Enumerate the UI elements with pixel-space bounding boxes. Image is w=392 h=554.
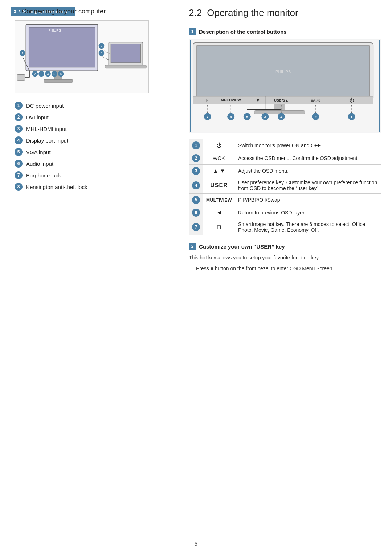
monitor-diagram: PHILIPS 1 2 3 4 5 6 xyxy=(15,20,149,93)
control-desc-7: SmartImage hot key. There are 6 modes to… xyxy=(235,219,381,235)
svg-text:⏻: ⏻ xyxy=(349,97,354,103)
control-num-5: 5 xyxy=(189,194,203,206)
bullet-3: 3 xyxy=(15,125,23,133)
controls-table: 1 ⏻ Switch monitor’s power ON and OFF. 2… xyxy=(189,139,381,235)
control-icon-7: ⊡ xyxy=(203,219,235,235)
svg-rect-4 xyxy=(44,79,73,82)
svg-text:PHILIPS: PHILIPS xyxy=(49,29,61,32)
table-row: 5 MULTIVIEW PIP/PBP/Off/Swap xyxy=(189,194,381,206)
control-icon-2: ≡/OK xyxy=(203,152,235,165)
svg-text:1: 1 xyxy=(351,115,353,119)
subsection-num-1: 1 xyxy=(189,28,196,35)
control-num-3: 3 xyxy=(189,165,203,177)
port-label-5: VGA input xyxy=(26,149,51,155)
control-desc-3: Adjust the OSD menu. xyxy=(235,165,381,177)
svg-text:USER/▲: USER/▲ xyxy=(274,98,289,102)
section-22-num: 2.2 xyxy=(189,7,202,19)
right-column: 2.2 Operating the monitor 1 Description … xyxy=(189,7,381,275)
port-label-2: DVI input xyxy=(26,114,49,120)
customize-body: This hot key allows you to setup your fa… xyxy=(189,254,381,273)
port-label-8: Kensington anti-theft lock xyxy=(26,184,87,190)
svg-rect-23 xyxy=(105,65,146,68)
svg-text:⊡: ⊡ xyxy=(205,97,210,103)
bullet-1: 1 xyxy=(15,102,23,110)
port-label-6: Audio input xyxy=(26,161,53,167)
control-num-7: 7 xyxy=(189,219,203,235)
svg-text:≡/OK: ≡/OK xyxy=(311,98,320,103)
svg-text:5: 5 xyxy=(246,115,248,119)
svg-text:PHILIPS: PHILIPS xyxy=(275,70,291,74)
port-label-7: Earphone jack xyxy=(26,172,61,178)
table-row: 2 ≡/OK Access the OSD menu. Confirm the … xyxy=(189,152,381,165)
table-row: 3 ▲ ▼ Adjust the OSD menu. xyxy=(189,165,381,177)
port-list: 1 DC power input 2 DVI input 3 MHL-HDMI … xyxy=(15,102,171,191)
subsection-label-1: Description of the control buttons xyxy=(199,29,287,35)
control-desc-5: PIP/PBP/Off/Swap xyxy=(235,194,381,206)
svg-text:7: 7 xyxy=(207,115,209,119)
list-item: 1 DC power input xyxy=(15,102,171,110)
control-num-4: 4 xyxy=(189,177,203,194)
bullet-6: 6 xyxy=(15,160,23,168)
svg-text:6: 6 xyxy=(60,72,62,76)
control-num-2: 2 xyxy=(189,152,203,165)
subsection-label-2: Customize your own “USER” key xyxy=(199,243,285,250)
table-row: 1 ⏻ Switch monitor’s power ON and OFF. xyxy=(189,139,381,152)
bullet-4: 4 xyxy=(15,136,23,144)
left-column: 3 Connecting to your computer PHILIPS 1 xyxy=(11,7,171,194)
svg-text:6: 6 xyxy=(230,115,232,119)
control-icon-4: USER xyxy=(203,177,235,194)
svg-text:▼: ▼ xyxy=(256,98,260,103)
customize-section: 2 Customize your own “USER” key This hot… xyxy=(189,243,381,273)
control-num-6: 6 xyxy=(189,206,203,219)
control-icon-6: ◄ xyxy=(203,206,235,219)
list-item: 8 Kensington anti-theft lock xyxy=(15,183,171,191)
table-row: 6 ◄ Return to previous OSD layer. xyxy=(189,206,381,219)
bullet-8: 8 xyxy=(15,183,23,191)
table-row: 7 ⊡ SmartImage hot key. There are 6 mode… xyxy=(189,219,381,235)
control-desc-6: Return to previous OSD layer. xyxy=(235,206,381,219)
svg-text:3: 3 xyxy=(41,72,42,76)
svg-text:MULTIVIEW: MULTIVIEW xyxy=(221,98,241,102)
list-item: 6 Audio input xyxy=(15,160,171,168)
control-icon-5: MULTIVIEW xyxy=(203,194,235,206)
control-desc-1: Switch monitor’s power ON and OFF. xyxy=(235,139,381,152)
list-item: 3 MHL-HDMI input xyxy=(15,125,171,133)
port-label-4: Display port input xyxy=(26,138,68,144)
bullet-5: 5 xyxy=(15,148,23,156)
connecting-section-title: 3 Connecting to your computer xyxy=(11,7,171,15)
subsection-num-2: 2 xyxy=(189,243,196,250)
control-diagram: PHILIPS ⊡ MULTIVIEW ▼ USER/▲ ≡/OK ⏻ xyxy=(189,39,381,133)
port-label-1: DC power input xyxy=(26,103,64,109)
svg-text:7: 7 xyxy=(101,44,102,48)
customize-step-1: Press ≡ button on the front bezel to ent… xyxy=(196,264,381,272)
bullet-7: 7 xyxy=(15,171,23,179)
svg-text:5: 5 xyxy=(53,72,55,76)
section-22-label: Operating the monitor xyxy=(207,7,298,19)
section-number-3: 3 xyxy=(11,7,19,15)
svg-text:2: 2 xyxy=(315,115,317,119)
svg-line-25 xyxy=(101,56,109,60)
list-item: 2 DVI input xyxy=(15,113,171,121)
svg-text:4: 4 xyxy=(47,72,49,76)
table-row: 4 USER User preference key. Customize yo… xyxy=(189,177,381,194)
control-icon-1: ⏻ xyxy=(203,139,235,152)
list-item: 7 Earphone jack xyxy=(15,171,171,179)
section-label: Connecting to your computer xyxy=(22,8,106,15)
svg-rect-22 xyxy=(111,44,140,62)
svg-text:3: 3 xyxy=(264,115,266,119)
customize-intro: This hot key allows you to setup your fa… xyxy=(189,254,381,262)
svg-text:4: 4 xyxy=(280,115,282,119)
list-item: 5 VGA input xyxy=(15,148,171,156)
operating-section-title: 2.2 Operating the monitor xyxy=(189,7,381,21)
svg-text:2: 2 xyxy=(34,72,36,76)
subsection-customize-title: 2 Customize your own “USER” key xyxy=(189,243,381,250)
svg-text:8: 8 xyxy=(101,52,102,55)
svg-text:1: 1 xyxy=(21,52,23,55)
bullet-2: 2 xyxy=(15,113,23,121)
control-desc-4: User preference key. Customize your own … xyxy=(235,177,381,194)
page-number: 5 xyxy=(195,541,197,547)
subsection-description-title: 1 Description of the control buttons xyxy=(189,28,381,35)
control-num-1: 1 xyxy=(189,139,203,152)
customize-steps: Press ≡ button on the front bezel to ent… xyxy=(196,264,381,272)
control-desc-2: Access the OSD menu. Confirm the OSD adj… xyxy=(235,152,381,165)
